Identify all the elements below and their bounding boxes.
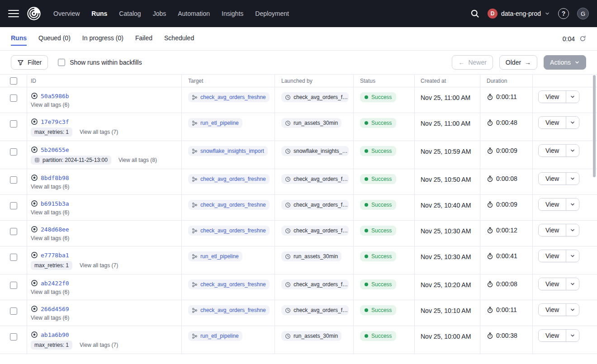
tab-failed[interactable]: Failed xyxy=(135,32,152,46)
tab-scheduled[interactable]: Scheduled xyxy=(164,32,194,46)
view-dropdown-button[interactable] xyxy=(566,173,579,184)
tag-pill[interactable]: max_retries: 1 xyxy=(31,128,72,137)
view-button[interactable]: View xyxy=(539,278,566,290)
nav-item-deployment[interactable]: Deployment xyxy=(255,10,289,17)
nav-item-insights[interactable]: Insights xyxy=(222,10,243,17)
view-dropdown-button[interactable] xyxy=(566,117,579,128)
row-checkbox[interactable] xyxy=(10,95,17,102)
menu-icon[interactable] xyxy=(8,10,19,17)
deployment-switcher[interactable]: D data-eng-prod xyxy=(488,9,550,19)
view-all-tags-link[interactable]: View all tags (6) xyxy=(31,184,69,190)
view-all-tags-link[interactable]: View all tags (6) xyxy=(31,102,69,108)
actions-button[interactable]: Actions xyxy=(544,55,586,70)
target-pill[interactable]: check_avg_orders_freshne xyxy=(188,200,270,210)
view-button[interactable]: View xyxy=(539,117,566,128)
tag-pill[interactable]: max_retries: 1 xyxy=(31,261,72,270)
nav-item-overview[interactable]: Overview xyxy=(53,10,80,17)
view-dropdown-button[interactable] xyxy=(566,91,579,103)
tab-runs[interactable]: Runs xyxy=(11,32,27,46)
nav-item-catalog[interactable]: Catalog xyxy=(119,10,141,17)
target-pill[interactable]: check_avg_orders_freshne xyxy=(188,226,270,236)
view-all-tags-link[interactable]: View all tags (7) xyxy=(80,129,118,135)
refresh-icon[interactable] xyxy=(579,35,586,42)
launched-by-pill[interactable]: snowflake_insights_… xyxy=(281,146,349,156)
target-pill[interactable]: run_etl_pipeline xyxy=(188,331,242,341)
row-checkbox[interactable] xyxy=(10,228,17,235)
launched-by-pill[interactable]: run_assets_30min xyxy=(281,118,341,128)
target-pill[interactable]: snowflake_insights_import xyxy=(188,146,268,156)
launched-by-pill[interactable]: check_avg_orders_f… xyxy=(281,305,349,315)
view-all-tags-link[interactable]: View all tags (7) xyxy=(80,342,118,348)
view-all-tags-link[interactable]: View all tags (8) xyxy=(118,157,157,163)
view-button[interactable]: View xyxy=(539,145,566,156)
run-id-link[interactable]: 50a5986b xyxy=(41,93,69,99)
run-id-link[interactable]: e7778ba1 xyxy=(41,252,69,259)
view-dropdown-button[interactable] xyxy=(566,224,579,236)
view-button[interactable]: View xyxy=(539,224,566,236)
run-id-link[interactable]: 5b20655e xyxy=(41,147,69,153)
row-checkbox[interactable] xyxy=(10,120,17,128)
run-id-link[interactable]: ab2422f0 xyxy=(41,280,69,287)
target-pill[interactable]: check_avg_orders_freshne xyxy=(188,174,270,184)
run-id-link[interactable]: b6915b3a xyxy=(41,200,69,207)
backfills-toggle[interactable]: Show runs within backfills xyxy=(58,59,142,66)
view-all-tags-link[interactable]: View all tags (6) xyxy=(31,315,69,321)
view-dropdown-button[interactable] xyxy=(566,330,579,341)
run-id-link[interactable]: 17e79c3f xyxy=(41,118,69,125)
launched-by-pill[interactable]: check_avg_orders_f… xyxy=(281,174,349,184)
select-all-checkbox[interactable] xyxy=(10,77,17,85)
view-button[interactable]: View xyxy=(539,173,566,184)
launched-by-pill[interactable]: check_avg_orders_f… xyxy=(281,226,349,236)
target-pill[interactable]: run_etl_pipeline xyxy=(188,251,242,261)
filter-button[interactable]: Filter xyxy=(11,55,48,70)
launched-by-pill[interactable]: check_avg_orders_f… xyxy=(281,279,349,289)
run-id-link[interactable]: 248d68ee xyxy=(41,226,69,233)
tab-in-progress[interactable]: In progress (0) xyxy=(82,32,123,46)
view-all-tags-link[interactable]: View all tags (7) xyxy=(80,262,118,269)
row-checkbox[interactable] xyxy=(10,282,17,289)
older-button[interactable]: Older → xyxy=(499,55,537,70)
target-pill[interactable]: check_avg_orders_freshne xyxy=(188,279,270,289)
tag-pill[interactable]: max_retries: 1 xyxy=(31,340,72,350)
view-dropdown-button[interactable] xyxy=(566,145,579,156)
launched-by-pill[interactable]: check_avg_orders_f… xyxy=(281,92,349,102)
backfills-checkbox[interactable] xyxy=(58,59,65,66)
row-checkbox[interactable] xyxy=(10,254,17,261)
row-checkbox[interactable] xyxy=(10,333,17,340)
nav-item-jobs[interactable]: Jobs xyxy=(153,10,166,17)
launched-by-pill[interactable]: check_avg_orders_f… xyxy=(281,200,349,210)
view-all-tags-link[interactable]: View all tags (6) xyxy=(31,289,69,295)
nav-item-automation[interactable]: Automation xyxy=(178,10,210,17)
dagster-logo[interactable] xyxy=(26,6,42,21)
view-dropdown-button[interactable] xyxy=(566,250,579,262)
target-pill[interactable]: check_avg_orders_freshne xyxy=(188,92,270,102)
target-pill[interactable]: run_etl_pipeline xyxy=(188,118,242,128)
view-button[interactable]: View xyxy=(539,250,566,262)
vertical-scrollbar-thumb[interactable] xyxy=(593,75,596,177)
view-button[interactable]: View xyxy=(539,199,566,210)
view-button[interactable]: View xyxy=(539,330,566,341)
view-all-tags-link[interactable]: View all tags (6) xyxy=(31,209,69,216)
view-dropdown-button[interactable] xyxy=(566,199,579,210)
view-dropdown-button[interactable] xyxy=(566,304,579,316)
row-checkbox[interactable] xyxy=(10,148,17,156)
view-button[interactable]: View xyxy=(539,91,566,103)
run-id-link[interactable]: 266d4569 xyxy=(41,306,69,312)
launched-by-pill[interactable]: run_assets_30min xyxy=(281,331,341,341)
target-pill[interactable]: check_avg_orders_freshne xyxy=(188,305,270,315)
help-button[interactable]: ? xyxy=(558,8,569,19)
user-avatar[interactable]: G xyxy=(577,8,589,19)
nav-item-runs[interactable]: Runs xyxy=(91,10,107,17)
tab-queued[interactable]: Queued (0) xyxy=(38,32,71,46)
run-id-link[interactable]: ab1a6b90 xyxy=(41,331,69,338)
row-checkbox[interactable] xyxy=(10,202,17,209)
view-all-tags-link[interactable]: View all tags (6) xyxy=(31,235,69,241)
search-button[interactable] xyxy=(470,9,479,18)
row-checkbox[interactable] xyxy=(10,307,17,315)
row-checkbox[interactable] xyxy=(10,176,17,184)
tag-pill[interactable]: partition: 2024-11-25-13:00 xyxy=(31,156,111,165)
view-button[interactable]: View xyxy=(539,304,566,316)
launched-by-pill[interactable]: run_assets_30min xyxy=(281,251,341,261)
run-id-link[interactable]: 8bdf8b98 xyxy=(41,175,69,181)
view-dropdown-button[interactable] xyxy=(566,278,579,290)
